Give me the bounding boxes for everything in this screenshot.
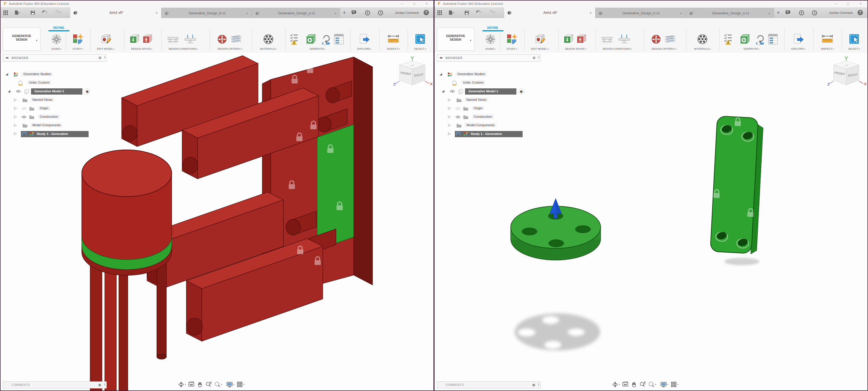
collapse-browser-icon[interactable]: ◀◀	[5, 57, 8, 59]
tab-close-icon[interactable]: ×	[334, 11, 336, 16]
tab-close-icon[interactable]: ×	[155, 11, 158, 15]
ribbon-tab-define[interactable]: DEFINE	[48, 25, 69, 30]
tree-item-label[interactable]: Construction	[38, 114, 60, 119]
zoom-icon[interactable]	[206, 381, 212, 388]
ribbon-group-study[interactable]: STUDY▾	[506, 32, 518, 50]
expand-closed-icon[interactable]: ▷	[448, 131, 451, 136]
pan-icon[interactable]	[631, 381, 638, 388]
tree-item-study-1-generative[interactable]: ▷ Study 1 - Generative	[3, 130, 106, 138]
ribbon-group-inspect[interactable]: INSPECT▾	[387, 32, 400, 50]
expand-closed-icon[interactable]: ▷	[14, 106, 17, 110]
window-zoom-icon[interactable]: ▾	[214, 381, 222, 388]
visibility-eye-icon[interactable]	[16, 90, 21, 93]
comments-grip[interactable]: ‖	[104, 383, 105, 386]
display-settings-icon[interactable]: ▾	[660, 381, 669, 388]
expand-closed-icon[interactable]: ▷	[14, 131, 17, 136]
undo-icon[interactable]: ↶▾	[476, 9, 482, 15]
ribbon-group-design-conditions[interactable]: DESIGN CONDITIONS▾	[601, 32, 633, 50]
tree-item-label[interactable]: Units: Custom	[461, 80, 485, 85]
browser-remove-icon[interactable]: ⊖	[98, 56, 101, 60]
ribbon-group-guide[interactable]: GUIDE▾	[484, 32, 497, 50]
tree-item-label[interactable]: Study 1 - Generative	[37, 132, 68, 136]
document-tab-generative-a[interactable]: Generative_Design_a v1 ×	[686, 8, 774, 18]
app-grid-icon[interactable]	[3, 10, 8, 16]
maximize-button[interactable]: □	[408, 1, 421, 7]
tree-item-model-components[interactable]: ▷ Model Components	[3, 122, 106, 129]
visibility-eye-icon[interactable]	[22, 116, 27, 119]
tab-close-icon[interactable]: ×	[246, 11, 248, 16]
tree-item-label[interactable]: Named Views	[30, 97, 55, 102]
recent-activity-icon[interactable]	[378, 10, 383, 17]
visibility-eye-off-icon[interactable]	[456, 107, 461, 110]
selected-row-highlight[interactable]: Generative Model 1	[465, 88, 517, 95]
workspace-selector[interactable]: GENERATIVE DESIGN ▾	[437, 28, 474, 51]
tree-item-label[interactable]: Generative Model 1	[34, 90, 64, 93]
tree-item-units[interactable]: Units: Custom	[3, 79, 106, 87]
ribbon-group-study[interactable]: STUDY▾	[72, 32, 84, 50]
orbit-icon[interactable]: ▾	[612, 381, 620, 388]
ribbon-group-edit-model[interactable]: EDIT MODEL▾	[97, 32, 115, 50]
ribbon-group-materials[interactable]: MATERIALS▾	[260, 32, 277, 50]
expand-open-icon[interactable]: ◢	[442, 89, 444, 93]
browser-grip[interactable]: ‖	[104, 56, 105, 59]
expand-comments-icon[interactable]: ⊕	[532, 383, 535, 387]
add-tab-button[interactable]: +	[775, 9, 782, 17]
view-cube[interactable]: TOP FRONT RIGHT Z X	[392, 56, 433, 92]
browser-header[interactable]: ◀◀ BROWSER ⊖ ‖	[437, 54, 540, 62]
tree-item-label[interactable]: Named Views	[464, 97, 489, 102]
help-icon[interactable]: ?	[858, 10, 863, 15]
add-tab-button[interactable]: +	[341, 9, 348, 17]
window-zoom-icon[interactable]: ▾	[648, 381, 656, 388]
help-icon[interactable]: ?	[424, 10, 429, 15]
save-icon[interactable]	[464, 10, 469, 16]
pan-icon[interactable]	[197, 381, 204, 388]
tree-item-label[interactable]: Model Components	[30, 123, 63, 127]
expand-closed-icon[interactable]: ▷	[448, 98, 451, 102]
zoom-icon[interactable]	[640, 381, 646, 388]
user-name[interactable]: Jordan Cormack	[386, 11, 419, 14]
selected-row-highlight[interactable]: Study 1 - Generative	[21, 131, 89, 137]
job-status-icon[interactable]	[799, 10, 804, 17]
ribbon-group-explore[interactable]: EXPLORE▾	[791, 32, 805, 50]
collapse-browser-icon[interactable]: ◀◀	[439, 57, 442, 59]
expand-closed-icon[interactable]: ▷	[14, 123, 17, 127]
tab-close-icon[interactable]: ×	[768, 11, 770, 16]
tree-item-generative-model-1[interactable]: ◢ Generative Model 1 ◉	[437, 88, 540, 95]
ribbon-group-design-criteria[interactable]: DESIGN CRITERIA▾	[216, 32, 244, 50]
document-tab-arm1[interactable]: Arm1 v5* ×	[70, 7, 161, 18]
job-status-icon[interactable]	[365, 10, 370, 17]
ribbon-tab-define[interactable]: DEFINE	[482, 25, 503, 30]
ribbon-group-select[interactable]: SELECT▾	[848, 32, 860, 50]
ribbon-group-design-criteria[interactable]: DESIGN CRITERIA▾	[650, 32, 678, 50]
recent-activity-icon[interactable]	[812, 10, 817, 17]
tree-item-label[interactable]: Generative Studies	[456, 72, 487, 76]
viewport-grid-icon[interactable]: ▾	[237, 381, 245, 388]
tree-item-named-views[interactable]: ▷ Named Views	[437, 96, 540, 104]
maximize-button[interactable]: □	[842, 1, 855, 7]
look-at-icon[interactable]	[188, 381, 195, 388]
expand-comments-icon[interactable]: ⊕	[98, 383, 101, 387]
ribbon-group-select[interactable]: SELECT▾	[414, 32, 426, 50]
close-window-button[interactable]: ×	[421, 1, 433, 7]
browser-header[interactable]: ◀◀ BROWSER ⊖ ‖	[3, 54, 106, 62]
viewport-grid-icon[interactable]: ▾	[671, 381, 679, 388]
tab-close-icon[interactable]: ×	[680, 11, 682, 16]
ribbon-group-design-conditions[interactable]: DESIGN CONDITIONS▾	[167, 32, 199, 50]
display-settings-icon[interactable]: ▾	[226, 381, 235, 388]
expand-open-icon[interactable]: ◢	[8, 89, 10, 93]
document-tab-generative-a[interactable]: Generative_Design_a v1 ×	[252, 8, 340, 18]
plate-body[interactable]	[710, 116, 764, 254]
tree-item-generative-studies[interactable]: ◢ Generative Studies	[3, 70, 106, 79]
expand-closed-icon[interactable]: ▷	[14, 98, 17, 102]
app-grid-icon[interactable]	[437, 10, 442, 16]
document-tab-generative-b[interactable]: Generative_Design_b v1 ×	[595, 8, 686, 18]
workspace-selector[interactable]: GENERATIVE DESIGN ▾	[3, 28, 40, 51]
activate-radio-icon[interactable]: ◉	[84, 88, 90, 95]
view-cube[interactable]: TOP FRONT RIGHT Z X	[826, 56, 867, 92]
window-titlebar[interactable]: F Autodesk Fusion 360 (Education License…	[435, 1, 867, 8]
ribbon-group-design-space[interactable]: DESIGN SPACE▾	[129, 32, 155, 50]
tree-item-label[interactable]: Origin	[472, 106, 485, 110]
expand-closed-icon[interactable]: ▷	[448, 115, 451, 119]
tree-item-named-views[interactable]: ▷ Named Views	[3, 96, 106, 104]
comments-bar[interactable]: COMMENTS ⊕ ‖	[437, 382, 541, 388]
